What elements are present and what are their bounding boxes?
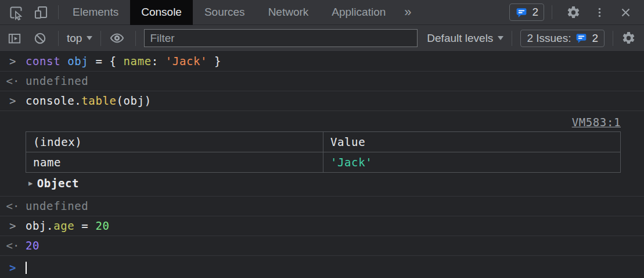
issue-bubble-icon (575, 32, 588, 44)
message-bubble-icon (515, 6, 528, 19)
console-result-3: <· 20 (0, 236, 644, 256)
tab-console[interactable]: Console (130, 0, 193, 25)
command-text: const obj = { name: 'Jack' } (26, 55, 644, 67)
table-header-value[interactable]: Value (323, 132, 621, 152)
result-text: undefined (26, 199, 644, 212)
text-cursor (26, 262, 27, 274)
console-sidebar-toggle-icon[interactable] (7, 31, 22, 46)
table-row[interactable]: name 'Jack' (26, 152, 621, 173)
result-text: 20 (26, 239, 644, 252)
result-arrow-icon: <· (0, 239, 26, 252)
context-selector-label: top (67, 32, 82, 45)
more-tabs-button[interactable]: » (397, 5, 418, 20)
result-arrow-icon: <· (0, 199, 26, 212)
table-cell-key: name (26, 152, 323, 173)
tab-sources[interactable]: Sources (193, 0, 257, 25)
command-chevron: > (0, 55, 26, 67)
console-command-2[interactable]: > console.table(obj) (0, 91, 644, 111)
result-text: undefined (26, 74, 644, 87)
result-arrow-icon: <· (0, 74, 26, 87)
console-command-1[interactable]: > const obj = { name: 'Jack' } (0, 52, 644, 72)
divider (58, 31, 59, 46)
console-result-2: <· undefined (0, 197, 644, 216)
close-icon[interactable] (612, 5, 639, 20)
command-text: console.table(obj) (26, 94, 644, 107)
console-input[interactable] (26, 261, 644, 274)
console-command-3[interactable]: > obj.age = 20 (0, 216, 644, 236)
table-header-row: (index) Value (26, 132, 621, 152)
divider (58, 5, 59, 19)
chevron-down-icon (87, 36, 92, 40)
filter-input[interactable] (144, 29, 418, 47)
tab-elements[interactable]: Elements (61, 0, 130, 25)
divider (613, 31, 613, 46)
console-prompt[interactable]: > (0, 256, 644, 277)
issues-badge[interactable]: 2 Issues: 2 (520, 30, 605, 47)
divider (100, 31, 101, 46)
message-count: 2 (532, 6, 538, 19)
object-preview-expander[interactable]: ▶ Object (26, 177, 621, 190)
log-levels-label: Default levels (427, 32, 493, 45)
chevron-down-icon (498, 36, 503, 40)
issues-label: 2 Issues: (527, 32, 571, 45)
clear-console-icon[interactable] (33, 31, 48, 46)
console-result-1: <· undefined (0, 72, 644, 91)
console-messages-badge[interactable]: 2 (509, 3, 544, 21)
settings-gear-icon[interactable] (560, 5, 587, 20)
context-selector[interactable]: top (67, 32, 92, 45)
tab-network[interactable]: Network (257, 0, 321, 25)
console-table-output: VM583:1 (index) Value name 'Jack' ▶ (0, 111, 644, 197)
log-levels-selector[interactable]: Default levels (427, 32, 503, 45)
divider (552, 5, 552, 19)
inspect-element-icon[interactable] (8, 5, 24, 20)
divider (512, 31, 512, 46)
command-chevron: > (0, 219, 26, 232)
table-cell-value: 'Jack' (323, 152, 621, 173)
create-live-expression-eye-icon[interactable] (109, 30, 125, 46)
command-chevron: > (0, 94, 26, 107)
object-preview-label: Object (37, 177, 79, 190)
source-link[interactable]: VM583:1 (26, 116, 621, 129)
console-settings-gear-icon[interactable] (621, 31, 636, 45)
console-messages: > const obj = { name: 'Jack' } <· undefi… (0, 52, 644, 277)
tab-application[interactable]: Application (320, 0, 397, 25)
expand-triangle-icon: ▶ (28, 177, 33, 190)
devtools-tab-bar: Elements Console Sources Network Applica… (0, 0, 644, 25)
command-text: obj.age = 20 (26, 219, 644, 232)
prompt-chevron: > (0, 261, 26, 274)
table-header-index[interactable]: (index) (26, 132, 323, 152)
console-toolbar: top Default levels 2 Issues: 2 (0, 25, 644, 52)
issues-count: 2 (592, 32, 598, 45)
console-table: (index) Value name 'Jack' (26, 131, 621, 173)
divider (135, 31, 136, 46)
toggle-device-toolbar-icon[interactable] (33, 5, 49, 20)
kebab-menu-icon[interactable] (587, 5, 612, 20)
